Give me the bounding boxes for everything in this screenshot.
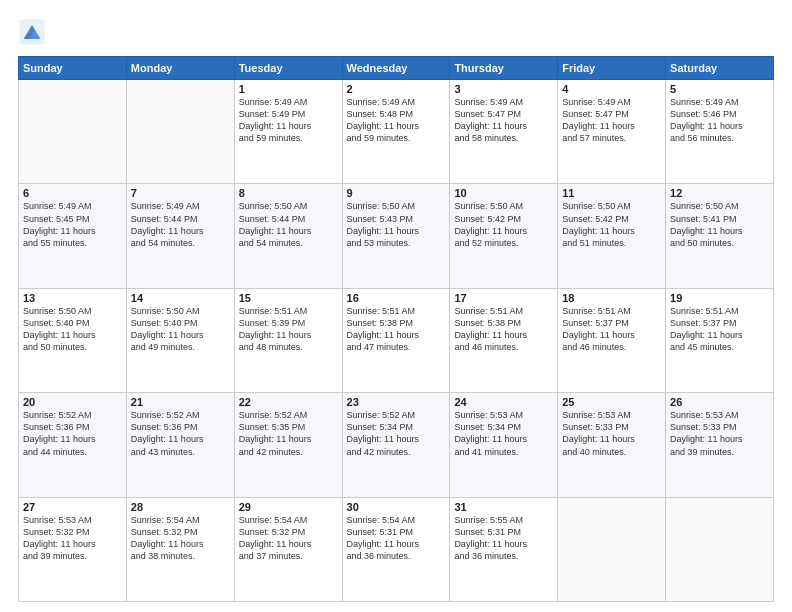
day-number: 22	[239, 396, 338, 408]
calendar-cell	[19, 80, 127, 184]
day-info: Sunrise: 5:52 AM Sunset: 5:36 PM Dayligh…	[131, 409, 230, 458]
weekday-header-thursday: Thursday	[450, 57, 558, 80]
day-number: 3	[454, 83, 553, 95]
day-number: 30	[347, 501, 446, 513]
day-number: 26	[670, 396, 769, 408]
weekday-header-monday: Monday	[126, 57, 234, 80]
day-info: Sunrise: 5:49 AM Sunset: 5:45 PM Dayligh…	[23, 200, 122, 249]
day-info: Sunrise: 5:51 AM Sunset: 5:37 PM Dayligh…	[670, 305, 769, 354]
day-info: Sunrise: 5:55 AM Sunset: 5:31 PM Dayligh…	[454, 514, 553, 563]
day-number: 20	[23, 396, 122, 408]
day-info: Sunrise: 5:51 AM Sunset: 5:38 PM Dayligh…	[454, 305, 553, 354]
day-number: 27	[23, 501, 122, 513]
calendar-cell: 6Sunrise: 5:49 AM Sunset: 5:45 PM Daylig…	[19, 184, 127, 288]
day-number: 8	[239, 187, 338, 199]
day-info: Sunrise: 5:50 AM Sunset: 5:40 PM Dayligh…	[23, 305, 122, 354]
calendar-cell: 13Sunrise: 5:50 AM Sunset: 5:40 PM Dayli…	[19, 288, 127, 392]
week-row-4: 20Sunrise: 5:52 AM Sunset: 5:36 PM Dayli…	[19, 393, 774, 497]
day-number: 7	[131, 187, 230, 199]
day-number: 17	[454, 292, 553, 304]
day-number: 4	[562, 83, 661, 95]
calendar-cell: 10Sunrise: 5:50 AM Sunset: 5:42 PM Dayli…	[450, 184, 558, 288]
day-number: 19	[670, 292, 769, 304]
weekday-header-saturday: Saturday	[666, 57, 774, 80]
calendar-cell: 31Sunrise: 5:55 AM Sunset: 5:31 PM Dayli…	[450, 497, 558, 601]
day-info: Sunrise: 5:49 AM Sunset: 5:46 PM Dayligh…	[670, 96, 769, 145]
day-number: 21	[131, 396, 230, 408]
calendar-cell: 26Sunrise: 5:53 AM Sunset: 5:33 PM Dayli…	[666, 393, 774, 497]
day-info: Sunrise: 5:54 AM Sunset: 5:31 PM Dayligh…	[347, 514, 446, 563]
day-number: 29	[239, 501, 338, 513]
day-number: 2	[347, 83, 446, 95]
calendar-cell: 29Sunrise: 5:54 AM Sunset: 5:32 PM Dayli…	[234, 497, 342, 601]
day-info: Sunrise: 5:53 AM Sunset: 5:32 PM Dayligh…	[23, 514, 122, 563]
calendar-cell: 3Sunrise: 5:49 AM Sunset: 5:47 PM Daylig…	[450, 80, 558, 184]
day-info: Sunrise: 5:49 AM Sunset: 5:48 PM Dayligh…	[347, 96, 446, 145]
calendar-cell: 18Sunrise: 5:51 AM Sunset: 5:37 PM Dayli…	[558, 288, 666, 392]
day-info: Sunrise: 5:49 AM Sunset: 5:47 PM Dayligh…	[454, 96, 553, 145]
day-info: Sunrise: 5:53 AM Sunset: 5:33 PM Dayligh…	[670, 409, 769, 458]
weekday-header-row: SundayMondayTuesdayWednesdayThursdayFrid…	[19, 57, 774, 80]
day-info: Sunrise: 5:52 AM Sunset: 5:35 PM Dayligh…	[239, 409, 338, 458]
logo	[18, 18, 50, 46]
day-number: 24	[454, 396, 553, 408]
week-row-2: 6Sunrise: 5:49 AM Sunset: 5:45 PM Daylig…	[19, 184, 774, 288]
calendar-cell: 23Sunrise: 5:52 AM Sunset: 5:34 PM Dayli…	[342, 393, 450, 497]
calendar-cell: 17Sunrise: 5:51 AM Sunset: 5:38 PM Dayli…	[450, 288, 558, 392]
day-number: 10	[454, 187, 553, 199]
calendar-cell: 2Sunrise: 5:49 AM Sunset: 5:48 PM Daylig…	[342, 80, 450, 184]
day-number: 9	[347, 187, 446, 199]
day-number: 25	[562, 396, 661, 408]
calendar-cell: 15Sunrise: 5:51 AM Sunset: 5:39 PM Dayli…	[234, 288, 342, 392]
day-number: 15	[239, 292, 338, 304]
header	[18, 18, 774, 46]
day-info: Sunrise: 5:51 AM Sunset: 5:39 PM Dayligh…	[239, 305, 338, 354]
day-number: 1	[239, 83, 338, 95]
calendar-cell: 20Sunrise: 5:52 AM Sunset: 5:36 PM Dayli…	[19, 393, 127, 497]
day-number: 16	[347, 292, 446, 304]
day-number: 13	[23, 292, 122, 304]
day-info: Sunrise: 5:50 AM Sunset: 5:44 PM Dayligh…	[239, 200, 338, 249]
calendar-cell	[558, 497, 666, 601]
calendar-cell: 27Sunrise: 5:53 AM Sunset: 5:32 PM Dayli…	[19, 497, 127, 601]
calendar-cell: 12Sunrise: 5:50 AM Sunset: 5:41 PM Dayli…	[666, 184, 774, 288]
day-number: 11	[562, 187, 661, 199]
calendar-cell: 9Sunrise: 5:50 AM Sunset: 5:43 PM Daylig…	[342, 184, 450, 288]
day-number: 31	[454, 501, 553, 513]
day-info: Sunrise: 5:49 AM Sunset: 5:47 PM Dayligh…	[562, 96, 661, 145]
calendar-cell: 4Sunrise: 5:49 AM Sunset: 5:47 PM Daylig…	[558, 80, 666, 184]
calendar-cell	[126, 80, 234, 184]
calendar-cell: 8Sunrise: 5:50 AM Sunset: 5:44 PM Daylig…	[234, 184, 342, 288]
calendar-cell: 19Sunrise: 5:51 AM Sunset: 5:37 PM Dayli…	[666, 288, 774, 392]
day-number: 28	[131, 501, 230, 513]
day-number: 6	[23, 187, 122, 199]
day-info: Sunrise: 5:52 AM Sunset: 5:34 PM Dayligh…	[347, 409, 446, 458]
weekday-header-wednesday: Wednesday	[342, 57, 450, 80]
page: SundayMondayTuesdayWednesdayThursdayFrid…	[0, 0, 792, 612]
calendar-cell: 7Sunrise: 5:49 AM Sunset: 5:44 PM Daylig…	[126, 184, 234, 288]
day-info: Sunrise: 5:51 AM Sunset: 5:37 PM Dayligh…	[562, 305, 661, 354]
calendar-table: SundayMondayTuesdayWednesdayThursdayFrid…	[18, 56, 774, 602]
weekday-header-sunday: Sunday	[19, 57, 127, 80]
calendar-cell: 22Sunrise: 5:52 AM Sunset: 5:35 PM Dayli…	[234, 393, 342, 497]
day-info: Sunrise: 5:50 AM Sunset: 5:41 PM Dayligh…	[670, 200, 769, 249]
week-row-1: 1Sunrise: 5:49 AM Sunset: 5:49 PM Daylig…	[19, 80, 774, 184]
calendar-cell	[666, 497, 774, 601]
calendar-cell: 5Sunrise: 5:49 AM Sunset: 5:46 PM Daylig…	[666, 80, 774, 184]
day-info: Sunrise: 5:50 AM Sunset: 5:40 PM Dayligh…	[131, 305, 230, 354]
calendar-cell: 14Sunrise: 5:50 AM Sunset: 5:40 PM Dayli…	[126, 288, 234, 392]
day-info: Sunrise: 5:54 AM Sunset: 5:32 PM Dayligh…	[131, 514, 230, 563]
calendar-cell: 1Sunrise: 5:49 AM Sunset: 5:49 PM Daylig…	[234, 80, 342, 184]
calendar-cell: 21Sunrise: 5:52 AM Sunset: 5:36 PM Dayli…	[126, 393, 234, 497]
calendar-cell: 11Sunrise: 5:50 AM Sunset: 5:42 PM Dayli…	[558, 184, 666, 288]
day-number: 23	[347, 396, 446, 408]
day-info: Sunrise: 5:51 AM Sunset: 5:38 PM Dayligh…	[347, 305, 446, 354]
day-number: 12	[670, 187, 769, 199]
calendar-cell: 16Sunrise: 5:51 AM Sunset: 5:38 PM Dayli…	[342, 288, 450, 392]
day-number: 5	[670, 83, 769, 95]
day-info: Sunrise: 5:53 AM Sunset: 5:33 PM Dayligh…	[562, 409, 661, 458]
calendar-cell: 28Sunrise: 5:54 AM Sunset: 5:32 PM Dayli…	[126, 497, 234, 601]
day-number: 18	[562, 292, 661, 304]
day-info: Sunrise: 5:50 AM Sunset: 5:42 PM Dayligh…	[454, 200, 553, 249]
weekday-header-tuesday: Tuesday	[234, 57, 342, 80]
